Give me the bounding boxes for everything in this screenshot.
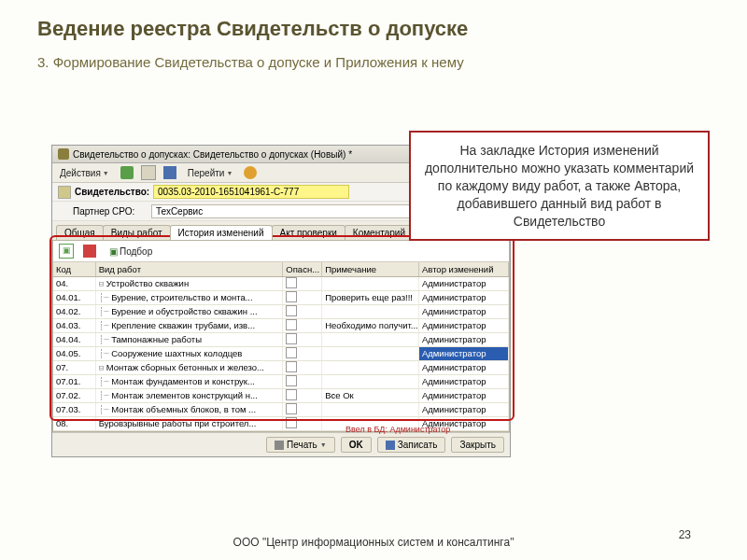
table-row[interactable]: 04.02.┊┈ Бурение и обустройство скважин … — [53, 305, 509, 319]
actions-menu[interactable]: Действия▼ — [56, 167, 113, 179]
col-work[interactable]: Вид работ — [96, 262, 284, 276]
cell-work: ┊┈ Крепление скважин трубами, изв... — [96, 319, 284, 332]
select-button[interactable]: ▣Подбор — [106, 245, 156, 258]
chevron-down-icon: ▼ — [103, 170, 109, 176]
checkbox-icon[interactable] — [286, 375, 297, 386]
delete-row-icon[interactable] — [83, 245, 96, 258]
checkbox-icon[interactable] — [286, 277, 297, 288]
disk-icon — [386, 441, 395, 450]
cell-code: 04. — [53, 277, 96, 290]
table-row[interactable]: 04.04.┊┈ Тампонажные работыАдминистратор — [53, 333, 509, 347]
cell-danger[interactable] — [283, 417, 322, 430]
certificate-value[interactable]: 0035.03-2010-1651041961-С-777 — [153, 185, 349, 199]
slide-title: Ведение реестра Свидетельств о допуске — [37, 17, 710, 41]
add-icon[interactable] — [120, 166, 134, 179]
cell-author: Администратор — [419, 277, 509, 290]
cell-danger[interactable] — [283, 319, 322, 332]
copy-icon[interactable] — [141, 165, 156, 180]
cell-note[interactable]: Проверить еще раз!!! — [322, 291, 419, 304]
cell-note[interactable] — [322, 375, 419, 388]
cell-author: Администратор — [419, 291, 509, 304]
checkbox-icon[interactable] — [286, 291, 297, 302]
cell-danger[interactable] — [283, 277, 322, 290]
col-note[interactable]: Примечание — [322, 262, 419, 276]
checkbox-icon[interactable] — [286, 333, 297, 344]
close-button[interactable]: Закрыть — [451, 437, 504, 453]
cell-note[interactable]: Все Ок — [322, 389, 419, 402]
table-row[interactable]: 04.⊟ Устройство скважинАдминистратор — [53, 277, 509, 291]
slide-footer: ООО "Центр информационных систем и конса… — [0, 536, 747, 549]
callout-box: На закладке История изменений дополнител… — [409, 131, 710, 241]
cell-work: ⊟ Монтаж сборных бетонных и железо... — [96, 361, 284, 374]
cell-note[interactable] — [322, 347, 419, 360]
cell-danger[interactable] — [283, 291, 322, 304]
cell-note[interactable] — [322, 403, 419, 416]
tab-history[interactable]: История изменений — [170, 225, 273, 240]
table-row[interactable]: 07.03.┊┈ Монтаж объемных блоков, в том .… — [53, 403, 509, 417]
cell-code: 04.02. — [53, 305, 96, 318]
save-button[interactable]: Записать — [377, 437, 446, 453]
print-button[interactable]: Печать▼ — [266, 437, 335, 453]
cell-author: Администратор — [419, 403, 509, 416]
checkbox-icon[interactable] — [286, 403, 297, 414]
tab-general[interactable]: Общая — [56, 225, 104, 240]
checkbox-icon[interactable] — [286, 347, 297, 358]
ok-button[interactable]: OK — [341, 437, 372, 453]
chevron-down-icon: ▼ — [320, 441, 327, 448]
table-row[interactable]: 04.03.┊┈ Крепление скважин трубами, изв.… — [53, 319, 509, 333]
cell-note[interactable] — [322, 361, 419, 374]
cell-note[interactable] — [322, 333, 419, 346]
cell-code: 08. — [53, 417, 96, 430]
cell-work: ┊┈ Бурение, строительство и монта... — [96, 291, 284, 304]
help-icon[interactable] — [244, 166, 257, 179]
table-row[interactable]: 04.05.┊┈ Сооружение шахтных колодцевАдми… — [53, 347, 509, 361]
cell-note[interactable]: Необходимо получит... — [322, 319, 419, 332]
cell-author: Администратор — [419, 333, 509, 346]
page-number: 23 — [679, 528, 691, 541]
checkbox-icon[interactable] — [286, 319, 297, 330]
cell-author: Администратор — [419, 361, 509, 374]
cell-code: 04.04. — [53, 333, 96, 346]
app-icon — [58, 148, 69, 160]
checkbox-icon[interactable] — [286, 361, 297, 372]
table-row[interactable]: 07.01.┊┈ Монтаж фундаментов и конструк..… — [53, 375, 509, 389]
cell-danger[interactable] — [283, 361, 322, 374]
tab-audit[interactable]: Акт проверки — [272, 225, 345, 240]
cell-danger[interactable] — [283, 347, 322, 360]
cell-note[interactable] — [322, 305, 419, 318]
cell-danger[interactable] — [283, 305, 322, 318]
cell-code: 07. — [53, 361, 96, 374]
checkbox-icon[interactable] — [286, 389, 297, 400]
cell-work: ┊┈ Монтаж объемных блоков, в том ... — [96, 403, 284, 416]
cell-work: ┊┈ Монтаж фундаментов и конструк... — [96, 375, 284, 388]
doc-icon — [58, 186, 71, 199]
cell-note[interactable] — [322, 277, 419, 290]
db-author-note: Ввел в БД: Администратор — [345, 425, 450, 434]
tab-comment[interactable]: Коментарий — [345, 225, 414, 240]
table-row[interactable]: 07.02.┊┈ Монтаж элементов конструкций н.… — [53, 389, 509, 403]
checkbox-icon[interactable] — [286, 417, 297, 428]
save-icon[interactable] — [163, 166, 176, 179]
grid-toolbar: ▣ ▣Подбор — [52, 240, 510, 262]
col-danger[interactable]: Опасн... — [283, 262, 322, 276]
cell-code: 04.03. — [53, 319, 96, 332]
col-author[interactable]: Автор изменений — [419, 262, 509, 276]
certificate-label: Свидетельство: — [75, 187, 149, 197]
cell-work: ┊┈ Бурение и обустройство скважин ... — [96, 305, 284, 318]
tab-works[interactable]: Виды работ — [103, 225, 171, 240]
table-row[interactable]: 07.⊟ Монтаж сборных бетонных и железо...… — [53, 361, 509, 375]
cell-danger[interactable] — [283, 389, 322, 402]
window-title: Свидетельство о допусках: Свидетельство … — [73, 149, 352, 160]
expand-icon[interactable]: ▣ — [59, 244, 74, 259]
data-grid: Код Вид работ Опасн... Примечание Автор … — [52, 262, 510, 432]
goto-menu[interactable]: Перейти▼ — [184, 167, 237, 179]
col-code[interactable]: Код — [53, 262, 96, 276]
table-row[interactable]: 04.01.┊┈ Бурение, строительство и монта.… — [53, 291, 509, 305]
printer-icon — [275, 441, 284, 450]
checkbox-icon[interactable] — [286, 305, 297, 316]
cell-danger[interactable] — [283, 375, 322, 388]
cell-code: 07.02. — [53, 389, 96, 402]
cell-author: Администратор — [419, 375, 509, 388]
cell-danger[interactable] — [283, 333, 322, 346]
cell-danger[interactable] — [283, 403, 322, 416]
